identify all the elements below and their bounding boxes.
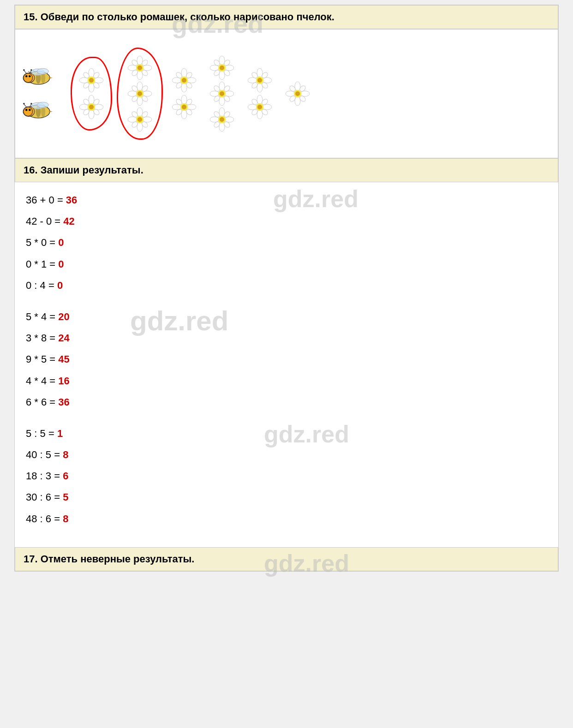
task16-header: 16. Запиши результаты. xyxy=(15,158,558,182)
svg-point-94 xyxy=(172,104,181,110)
bee-2 xyxy=(20,98,57,123)
svg-point-10 xyxy=(25,75,27,77)
svg-point-11 xyxy=(29,75,30,77)
flower-group-4 xyxy=(205,51,239,136)
svg-point-95 xyxy=(187,104,196,110)
svg-point-112 xyxy=(219,82,225,91)
math-group-3: 5 : 5 = 1 40 : 5 = 8 18 : 3 = 6 30 : 6 =… xyxy=(26,423,547,530)
svg-point-101 xyxy=(182,105,186,109)
svg-point-154 xyxy=(286,91,295,96)
svg-point-104 xyxy=(210,65,219,71)
svg-point-55 xyxy=(143,65,152,71)
math-group-2: 5 * 4 = 20 3 * 8 = 24 9 * 5 = 45 4 * 4 =… xyxy=(26,306,547,413)
result-2: 42 xyxy=(63,215,74,227)
svg-point-133 xyxy=(257,83,263,92)
flower xyxy=(210,82,234,106)
math-row-6: 5 * 4 = 20 xyxy=(26,306,547,328)
svg-point-143 xyxy=(257,110,263,119)
flower xyxy=(128,56,152,80)
math-row-7: 3 * 8 = 24 xyxy=(26,328,547,349)
svg-point-24 xyxy=(25,109,27,111)
svg-point-142 xyxy=(257,95,263,104)
flower xyxy=(248,68,272,92)
flowers-area xyxy=(71,48,553,140)
flower xyxy=(210,107,234,131)
svg-line-12 xyxy=(24,71,27,74)
svg-point-85 xyxy=(187,78,196,83)
svg-point-122 xyxy=(219,107,225,117)
math-row-14: 30 : 6 = 5 xyxy=(26,487,547,508)
result-10: 36 xyxy=(58,396,69,408)
svg-point-103 xyxy=(219,71,225,80)
result-13: 6 xyxy=(63,470,68,482)
flower-group-3 xyxy=(167,64,201,124)
task17-header: 17. Отметь неверные результаты. xyxy=(15,547,558,571)
svg-point-65 xyxy=(143,91,152,96)
result-8: 45 xyxy=(58,353,69,365)
svg-point-84 xyxy=(172,78,181,83)
svg-point-63 xyxy=(137,96,143,106)
svg-point-54 xyxy=(128,65,137,71)
result-9: 16 xyxy=(58,375,69,387)
svg-point-102 xyxy=(219,56,225,65)
svg-point-7 xyxy=(37,68,48,74)
svg-point-62 xyxy=(137,82,143,91)
flower-group-2 xyxy=(117,48,163,140)
svg-point-64 xyxy=(128,91,137,96)
svg-point-51 xyxy=(89,105,94,109)
flower xyxy=(79,95,103,119)
result-6: 20 xyxy=(58,311,69,322)
bees-column xyxy=(20,64,57,123)
svg-point-43 xyxy=(89,110,94,119)
math-row-1: 36 + 0 = 36 xyxy=(26,190,547,211)
svg-point-114 xyxy=(210,91,219,96)
svg-point-44 xyxy=(79,104,89,110)
svg-point-61 xyxy=(137,66,142,70)
svg-point-121 xyxy=(220,91,224,96)
svg-point-155 xyxy=(300,91,310,96)
math-row-2: 42 - 0 = 42 xyxy=(26,211,547,232)
svg-point-161 xyxy=(295,91,300,96)
page: gdz.red gdz.red gdz.red gdz.red gdz.red … xyxy=(14,5,559,572)
flower-group-5 xyxy=(243,64,276,124)
svg-point-144 xyxy=(248,104,257,110)
math-row-5: 0 : 4 = 0 xyxy=(26,275,547,296)
svg-point-53 xyxy=(137,71,143,80)
result-3: 0 xyxy=(58,237,64,248)
math-row-10: 6 * 6 = 36 xyxy=(26,392,547,413)
svg-point-52 xyxy=(137,56,143,65)
svg-point-131 xyxy=(220,117,224,122)
result-12: 8 xyxy=(63,449,68,460)
svg-point-152 xyxy=(295,82,300,91)
result-5: 0 xyxy=(57,280,63,291)
svg-point-42 xyxy=(89,95,94,104)
svg-point-82 xyxy=(181,68,187,78)
svg-point-15 xyxy=(30,69,32,71)
svg-marker-8 xyxy=(49,77,53,79)
svg-point-29 xyxy=(30,103,32,105)
svg-point-72 xyxy=(137,107,143,117)
svg-point-111 xyxy=(220,66,224,70)
svg-point-33 xyxy=(79,78,89,83)
result-15: 8 xyxy=(63,513,68,525)
math-row-8: 9 * 5 = 45 xyxy=(26,349,547,370)
svg-point-25 xyxy=(29,109,30,111)
svg-point-92 xyxy=(181,95,187,104)
svg-point-134 xyxy=(248,78,257,83)
svg-point-135 xyxy=(263,78,272,83)
svg-point-123 xyxy=(219,122,225,131)
math-row-9: 4 * 4 = 16 xyxy=(26,370,547,392)
svg-point-151 xyxy=(257,105,262,109)
svg-point-71 xyxy=(137,91,142,96)
svg-point-125 xyxy=(225,117,234,122)
svg-point-23 xyxy=(24,107,33,116)
result-1: 36 xyxy=(66,194,77,206)
flower xyxy=(210,56,234,80)
svg-point-73 xyxy=(137,122,143,131)
svg-point-75 xyxy=(143,117,152,122)
result-4: 0 xyxy=(58,258,64,270)
svg-point-91 xyxy=(182,78,186,83)
svg-point-74 xyxy=(128,117,137,122)
task15-header: 15. Обведи по столько ромашек, сколько н… xyxy=(15,5,558,29)
task15-content xyxy=(15,29,558,158)
